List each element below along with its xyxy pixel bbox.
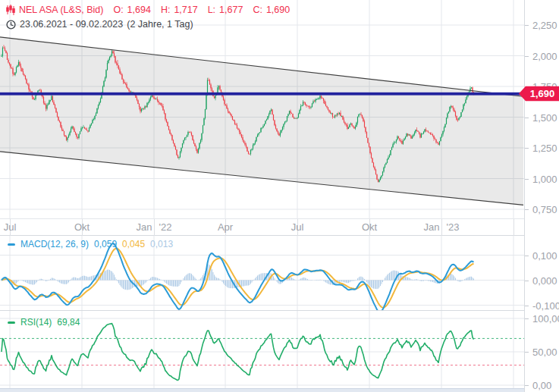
axis-tick-mark (525, 148, 529, 149)
macd-signal-value: 0,045 (122, 239, 145, 249)
rsi-value: 69,84 (57, 317, 80, 328)
year-label: '22 (159, 221, 172, 233)
candlestick-chart (0, 0, 524, 218)
time-axis-label: Jan'23 (424, 221, 460, 233)
ohlc-close-label: C: (253, 4, 262, 16)
axis-tick-label: -0,100 (532, 299, 559, 311)
axis-tick-mark (525, 56, 529, 57)
ohlc-high-value: 1,717 (174, 4, 197, 16)
period-text: (2 Jahre, 1 Tag) (127, 18, 193, 30)
time-axis-label: Jan'22 (137, 221, 172, 233)
ohlc-high-label: H: (161, 4, 171, 16)
symbol-name: NEL ASA (L&S, Bid) (19, 4, 103, 16)
macd-label: MACD(12, 26, 9) (20, 239, 89, 249)
axis-tick-label: 0,750 (532, 204, 557, 215)
axis-tick-label: 0,100 (532, 249, 557, 261)
axis-tick-mark (525, 179, 529, 180)
bottom-toolbar-edge (0, 388, 559, 392)
axis-tick-mark (525, 118, 529, 118)
axis-tick-label: 2,000 (532, 50, 557, 61)
symbol-row: NEL ASA (L&S, Bid)O:1,694H:1,717L:1,677C… (6, 4, 290, 16)
time-axis-label: Jul (291, 221, 304, 233)
last-price-badge: 1,690 (519, 86, 559, 102)
month-label: Jan (137, 221, 152, 233)
ohlc-low-label: L: (208, 4, 215, 16)
axis-tick-mark (525, 385, 529, 386)
ohlc-open-value: 1,694 (127, 4, 151, 16)
axis-tick-mark (525, 318, 529, 319)
price-chart-panel[interactable] (0, 0, 524, 218)
macd-value: 0,059 (94, 239, 117, 249)
axis-tick-mark (525, 281, 529, 281)
year-label: '23 (447, 221, 460, 233)
time-axis-label: Okt (362, 221, 377, 233)
month-label: Apr (218, 221, 233, 233)
ohlc-low-value: 1,677 (219, 4, 243, 16)
axis-tick-mark (525, 25, 529, 26)
last-price-badge-label: 1,690 (530, 88, 555, 99)
time-axis-divider (513, 219, 514, 236)
month-label: Jul (291, 221, 304, 233)
macd-line-key-icon (8, 243, 15, 246)
axis-tick-label: 0,000 (532, 274, 557, 286)
month-label: Okt (362, 221, 377, 233)
rsi-line-key-icon (8, 321, 15, 324)
ohlc-close-value: 1,690 (266, 4, 290, 16)
time-axis-label: Jul (4, 221, 17, 233)
rsi-legend: RSI(14) 69,84 (8, 317, 80, 328)
macd-legend: MACD(12, 26, 9) 0,059 0,045 0,013 (8, 239, 173, 249)
axis-tick-mark (525, 209, 529, 210)
macd-hist-value: 0,013 (150, 239, 173, 249)
axis-tick-label: 1,250 (532, 143, 557, 154)
chart-header: NEL ASA (L&S, Bid)O:1,694H:1,717L:1,677C… (6, 4, 290, 30)
time-axis-label: Apr (218, 221, 233, 233)
ohlc-open-label: O: (113, 4, 123, 16)
axis-tick-mark (525, 306, 529, 306)
trading-chart-window: JulOktJan'22AprJulOktJan'23 1,690 2,2502… (0, 0, 559, 392)
candlestick-icon (6, 5, 15, 15)
price-axis[interactable]: 1,690 2,2502,0001,7501,5001,2501,0000,75… (524, 0, 559, 392)
time-axis[interactable]: JulOktJan'22AprJulOktJan'23 (0, 218, 524, 236)
axis-tick-label: 1,500 (532, 111, 557, 123)
month-label: Jan (424, 221, 440, 233)
clock-icon (6, 20, 16, 30)
time-axis-label: Okt (74, 221, 90, 233)
axis-tick-mark (525, 256, 529, 256)
date-range-row: 23.06.2021 - 09.02.2023(2 Jahre, 1 Tag) (6, 18, 290, 30)
axis-tick-label: 100,00 (532, 313, 559, 325)
axis-tick-label: 1,000 (532, 173, 557, 184)
month-label: Okt (74, 221, 90, 233)
axis-tick-mark (525, 352, 529, 353)
axis-tick-label: 0,00 (532, 380, 551, 391)
axis-tick-label: 2,250 (532, 20, 557, 31)
horizontal-level-line (0, 93, 524, 96)
axis-tick-label: 50,00 (532, 347, 557, 358)
rsi-label: RSI(14) (20, 317, 52, 328)
month-label: Jul (4, 221, 17, 233)
date-range-text: 23.06.2021 - 09.02.2023 (20, 18, 123, 30)
